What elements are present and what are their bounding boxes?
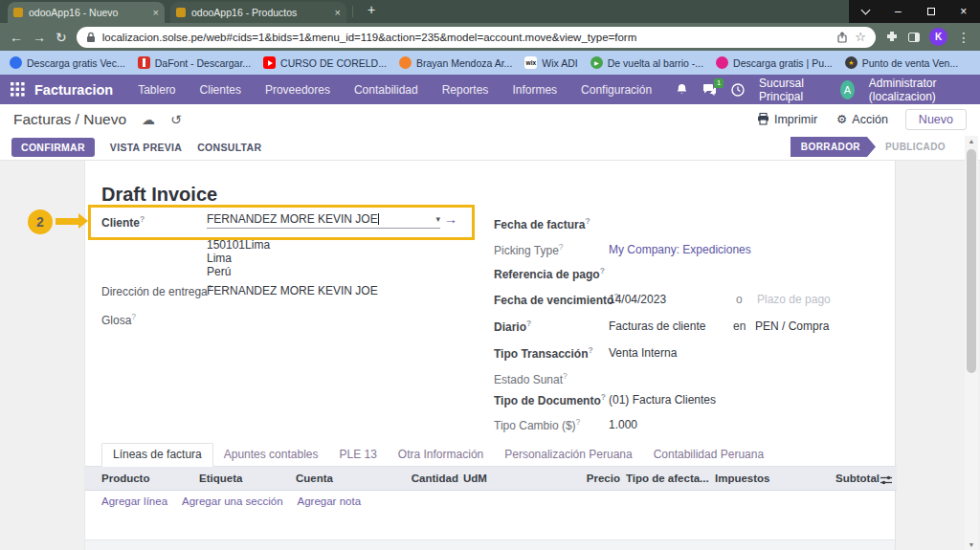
refresh-icon[interactable]: ↻ [56,31,67,44]
bell-icon[interactable] [676,83,688,96]
menu-configuracion[interactable]: Configuración [581,83,652,97]
url-text[interactable]: localizacion.solse.pe/web#cids=1&bids=1&… [102,32,831,43]
print-button[interactable]: Imprimir [757,113,817,126]
profile-avatar[interactable]: K [929,28,947,46]
bookmark-item[interactable]: CURSO DE CORELD... [263,56,387,69]
tab-lineas-de-factura[interactable]: Líneas de factura [101,443,213,467]
col-impuestos[interactable]: Impuestos [715,473,770,484]
window-minimize-button[interactable]: – [881,0,914,23]
forward-icon[interactable]: → [33,31,46,44]
field-label: Estado Sunat? [494,371,568,386]
bookmark-label: Descarga gratis | Pu... [733,57,833,69]
document-type-value[interactable]: (01) Factura Clientes [609,393,716,407]
add-section-link[interactable]: Agregar una sección [182,495,282,507]
branch-selector[interactable]: Sucursal Principal [759,77,826,103]
menu-proveedores[interactable]: Proveedores [265,83,330,97]
save-cloud-icon[interactable]: ☁ [142,113,155,126]
menu-clientes[interactable]: Clientes [200,83,241,97]
new-record-button[interactable]: Nuevo [905,109,967,130]
internal-link-icon[interactable]: → [444,212,457,226]
tab-apuntes-contables[interactable]: Apuntes contables [213,444,329,466]
delivery-value[interactable]: FERNANDEZ MORE KEVIN JOE [207,284,378,297]
scroll-up-icon[interactable]: ▲ [965,138,978,144]
preview-button[interactable]: VISTA PREVIA [110,142,182,153]
bookmark-item[interactable]: ★Punto de venta Ven... [845,56,958,69]
browser-tab-inactive[interactable]: odooApp16 - Productos × [170,2,346,23]
dropdown-caret-icon[interactable]: ▾ [435,214,440,224]
tab-otra-informacion[interactable]: Otra Información [388,444,494,466]
tab-ple-13[interactable]: PLE 13 [328,444,387,466]
messages-button[interactable]: 1 [702,83,717,96]
side-panel-icon[interactable] [908,33,920,42]
col-etiqueta[interactable]: Etiqueta [199,473,242,484]
menu-tablero[interactable]: Tablero [138,83,175,97]
user-avatar[interactable]: A [840,80,855,99]
bookmark-item[interactable]: Brayan Mendoza Ar... [399,56,512,69]
bookmark-item[interactable]: Descarga gratis | Pu... [716,56,833,69]
currency-value[interactable]: PEN / Compra [755,319,829,333]
cliente-value: FERNANDEZ MORE KEVIN JOE [207,212,378,226]
app-name[interactable]: Facturacion [34,82,113,98]
extensions-icon[interactable] [885,31,899,44]
address-line: Perú [207,265,231,278]
exchange-rate-value[interactable]: 1.000 [609,418,637,431]
browser-tab-active[interactable]: odooApp16 - Nuevo × [8,2,165,23]
scrollbar-thumb[interactable] [967,149,976,373]
col-udm[interactable]: UdM [463,473,487,484]
browser-menu-icon[interactable]: ⋮ [957,31,970,44]
breadcrumb[interactable]: Facturas / Nuevo [13,111,126,128]
share-icon[interactable] [836,32,848,43]
address-bar[interactable]: localizacion.solse.pe/web#cids=1&bids=1&… [77,27,876,48]
tab-close-icon[interactable]: × [153,8,159,18]
col-cantidad[interactable]: Cantidad [391,473,458,484]
bookmark-star-icon[interactable]: ☆ [855,31,866,43]
status-bar: BORRADOR PUBLICADO [791,137,946,157]
col-tipo-afectacion[interactable]: Tipo de afecta... [626,473,709,484]
window-restore-button[interactable] [915,0,947,23]
menu-contabilidad[interactable]: Contabilidad [354,83,418,97]
scroll-down-icon[interactable]: ▼ [965,541,978,548]
add-note-link[interactable]: Agregar nota [298,495,362,507]
window-close-button[interactable]: × [947,0,980,23]
field-label: Diario? [494,319,531,334]
back-icon[interactable]: ← [10,31,23,44]
user-menu[interactable]: Administrator (localizacion) [869,77,969,103]
bookmark-item[interactable]: Descarga gratis Vec... [10,56,125,69]
bookmark-item[interactable]: DaFont - Descargar... [138,56,251,69]
optional-columns-button[interactable] [880,473,892,490]
picking-type-value[interactable]: My Company: Expediciones [609,243,751,256]
payment-term-placeholder[interactable]: Plazo de pago [757,293,831,306]
journal-value[interactable]: Facturas de cliente [609,319,705,333]
breadcrumb-bar: Facturas / Nuevo ☁ ↺ Imprimir ⚙ Acción N… [0,104,980,134]
discard-icon[interactable]: ↺ [170,113,182,126]
tab-personalizacion-peruana[interactable]: Personalización Peruana [494,444,642,466]
window-menu-button[interactable] [849,0,881,23]
col-producto[interactable]: Producto [101,473,149,484]
action-menu-button[interactable]: ⚙ Acción [836,112,888,126]
col-precio[interactable]: Precio [563,473,620,484]
label-text: Tipo Transacción [494,347,588,361]
col-subtotal[interactable]: Subtotal [813,473,880,484]
apps-grid-icon[interactable] [11,82,25,97]
status-draft-badge[interactable]: BORRADOR [791,137,876,157]
help-marker: ? [585,216,590,226]
cliente-field[interactable]: FERNANDEZ MORE KEVIN JOE ▾ → [207,212,457,229]
consult-button[interactable]: CONSULTAR [197,142,261,153]
add-line-link[interactable]: Agregar línea [101,495,167,507]
bookmark-item[interactable]: ▶De vuelta al barrio -... [590,56,703,69]
transaction-type-value[interactable]: Venta Interna [609,346,677,360]
menu-informes[interactable]: Informes [512,83,557,97]
cliente-input[interactable]: FERNANDEZ MORE KEVIN JOE [207,212,432,226]
menu-reportes[interactable]: Reportes [442,83,489,97]
activities-clock-icon[interactable] [731,83,745,97]
due-date-value[interactable]: 14/04/2023 [609,293,666,306]
col-cuenta[interactable]: Cuenta [296,473,333,484]
tab-contabilidad-peruana[interactable]: Contabilidad Peruana [643,444,774,466]
new-tab-button[interactable]: + [362,2,381,17]
status-published[interactable]: PUBLICADO [885,142,946,152]
bookmark-item[interactable]: wixWix ADI [524,56,577,69]
confirm-button[interactable]: CONFIRMAR [11,138,95,157]
lock-icon [86,32,96,43]
tab-close-icon[interactable]: × [335,8,341,18]
page-scrollbar[interactable]: ▲ ▼ [965,136,978,550]
